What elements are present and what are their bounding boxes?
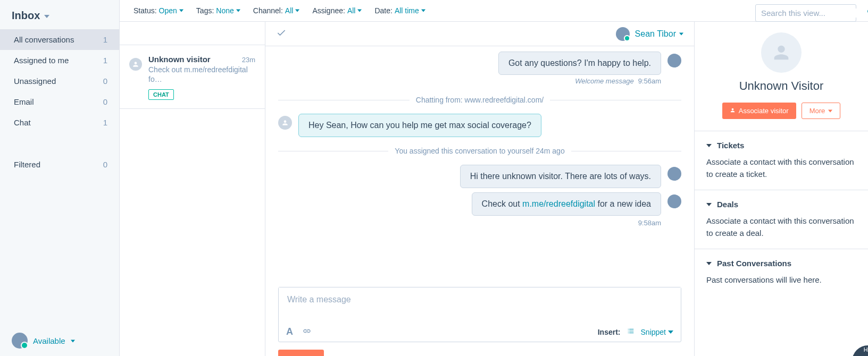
- caret-down-icon: [44, 10, 49, 22]
- contact-panel: Unknown Visitor Associate visitor More: [695, 22, 868, 356]
- link-icon[interactable]: [303, 327, 311, 337]
- caret-down-icon: [71, 336, 75, 345]
- past-conversations-body: Past conversations will live here.: [706, 274, 856, 286]
- inbox-title: Inbox: [12, 10, 40, 22]
- agent-avatar: [667, 54, 681, 67]
- sidebar-item-unassigned[interactable]: Unassigned0: [0, 71, 119, 91]
- message-bubble-agent: Hi there unknown visitor. There are lots…: [460, 165, 661, 188]
- mark-done-button[interactable]: [276, 28, 287, 40]
- sidebar-item-assigned-to-me[interactable]: Assigned to me1: [0, 50, 119, 71]
- search-input[interactable]: [761, 9, 862, 18]
- search-view[interactable]: [755, 4, 856, 22]
- availability-toggle[interactable]: Available: [0, 325, 119, 356]
- agent-avatar: [667, 194, 681, 208]
- past-conversations-toggle[interactable]: Past Conversations: [706, 259, 856, 268]
- send-button[interactable]: [278, 350, 324, 356]
- filter-channel[interactable]: All: [285, 6, 300, 15]
- message-bubble-agent: Got any questions? I'm happy to help.: [498, 52, 661, 75]
- visitor-avatar-icon: [129, 58, 142, 71]
- tickets-section-toggle[interactable]: Tickets: [706, 141, 856, 150]
- channel-badge: CHAT: [148, 89, 174, 100]
- tickets-body: Associate a contact with this conversati…: [706, 156, 856, 180]
- filter-status[interactable]: Open: [159, 6, 183, 15]
- message-bubble-agent: Check out m.me/redreefdigital for a new …: [472, 192, 661, 216]
- conversation-list: Unknown visitor 23m Check out m.me/redre…: [120, 22, 265, 356]
- conversation-item[interactable]: Unknown visitor 23m Check out m.me/redre…: [120, 45, 265, 109]
- sidebar-item-chat[interactable]: Chat1: [0, 112, 119, 133]
- inbox-dropdown[interactable]: Inbox: [0, 0, 119, 29]
- conversation-name: Unknown visitor: [148, 55, 211, 64]
- contact-avatar: [761, 32, 802, 73]
- filters-bar: Status: Open Tags: None Channel: All Ass…: [120, 0, 868, 22]
- message-input[interactable]: [279, 287, 681, 320]
- filter-tags[interactable]: None: [216, 6, 240, 15]
- availability-label: Available: [33, 336, 65, 345]
- contact-name: Unknown Visitor: [704, 79, 858, 93]
- chevron-down-icon: [706, 259, 712, 268]
- message-link[interactable]: m.me/redreefdigital: [522, 199, 595, 208]
- message-bubble-visitor: Hey Sean, How can you help me get max so…: [298, 114, 541, 137]
- insert-snippet-dropdown[interactable]: Snippet: [641, 328, 673, 336]
- visitor-avatar: [278, 116, 292, 130]
- filter-date[interactable]: All time: [395, 6, 425, 15]
- deals-body: Associate a contact with this conversati…: [706, 215, 856, 239]
- owner-avatar: [616, 27, 630, 41]
- deals-section-toggle[interactable]: Deals: [706, 200, 856, 209]
- conversation-time: 23m: [242, 56, 255, 64]
- chevron-down-icon: [706, 141, 712, 150]
- sidebar-item-email[interactable]: Email0: [0, 91, 119, 112]
- snippet-list-icon: [627, 327, 635, 336]
- chevron-down-icon: [706, 200, 712, 209]
- message-composer: A Insert: Snippet: [278, 287, 681, 342]
- user-avatar: [12, 333, 28, 349]
- more-dropdown[interactable]: More: [802, 103, 841, 119]
- owner-dropdown[interactable]: Sean Tibor: [635, 29, 683, 39]
- text-format-icon[interactable]: A: [286, 326, 293, 337]
- associate-visitor-button[interactable]: Associate visitor: [722, 103, 796, 119]
- filter-assignee[interactable]: All: [347, 6, 362, 15]
- insert-label: Insert:: [598, 328, 621, 336]
- person-icon: [730, 107, 736, 115]
- message-meta: Welcome message9:56am: [278, 77, 681, 85]
- assignment-divider: You assigned this conversation to yourse…: [278, 147, 681, 155]
- conversation-preview: Check out m.me/redreefdigital fo…: [148, 65, 255, 84]
- caret-down-icon: [828, 107, 832, 115]
- message-timestamp: 9:58am: [278, 219, 661, 227]
- chatting-from-divider: Chatting from: www.redreefdigital.com/: [278, 96, 681, 104]
- inbox-sidebar: Inbox All conversations1 Assigned to me1…: [0, 0, 120, 356]
- agent-avatar: [667, 167, 681, 181]
- help-fab[interactable]: Hel: [847, 345, 868, 356]
- sidebar-item-filtered[interactable]: Filtered0: [0, 154, 119, 175]
- sidebar-item-all-conversations[interactable]: All conversations1: [0, 29, 119, 50]
- conversation-view: Sean Tibor Got any questions? I'm happy …: [265, 22, 695, 356]
